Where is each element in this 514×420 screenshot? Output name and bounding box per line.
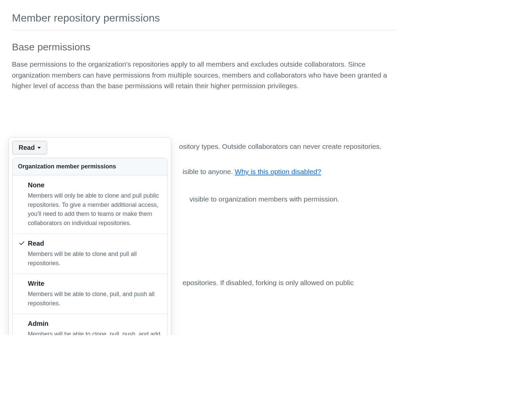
permission-option-desc: Members will be able to clone, pull, and… <box>28 290 162 308</box>
permission-dropdown-popover: Read Organization member permissions Non… <box>9 137 171 335</box>
permission-option-read[interactable]: Read Members will be able to clone and p… <box>13 234 167 274</box>
check-icon <box>19 240 25 246</box>
caret-down-icon <box>37 147 41 149</box>
check-slot <box>17 238 27 246</box>
permission-option-none[interactable]: None Members will only be able to clone … <box>13 175 167 234</box>
check-slot <box>17 319 27 320</box>
page-title: Member repository permissions <box>12 10 397 30</box>
permission-option-title: Write <box>28 278 162 288</box>
permission-option-desc: Members will only be able to clone and p… <box>28 191 162 228</box>
base-permissions-heading: Base permissions <box>12 39 397 54</box>
check-slot <box>17 180 27 181</box>
permission-option-title: Admin <box>28 319 162 329</box>
permission-option-write[interactable]: Write Members will be able to clone, pul… <box>13 274 167 314</box>
base-permissions-description: Base permissions to the organization's r… <box>12 59 393 91</box>
permission-menu: Organization member permissions None Mem… <box>12 158 167 335</box>
permission-option-desc: Members will be able to clone, pull, pus… <box>28 330 162 335</box>
check-slot <box>17 278 27 280</box>
permission-menu-header: Organization member permissions <box>13 158 167 175</box>
base-permission-select-button[interactable]: Read <box>12 141 47 154</box>
permission-option-title: None <box>28 180 162 190</box>
permission-option-desc: Members will be able to clone and pull a… <box>28 250 162 268</box>
why-disabled-link[interactable]: Why is this option disabled? <box>235 168 321 175</box>
base-permission-select-label: Read <box>19 144 35 151</box>
permission-option-admin[interactable]: Admin Members will be able to clone, pul… <box>13 314 167 335</box>
permission-option-title: Read <box>28 238 162 248</box>
